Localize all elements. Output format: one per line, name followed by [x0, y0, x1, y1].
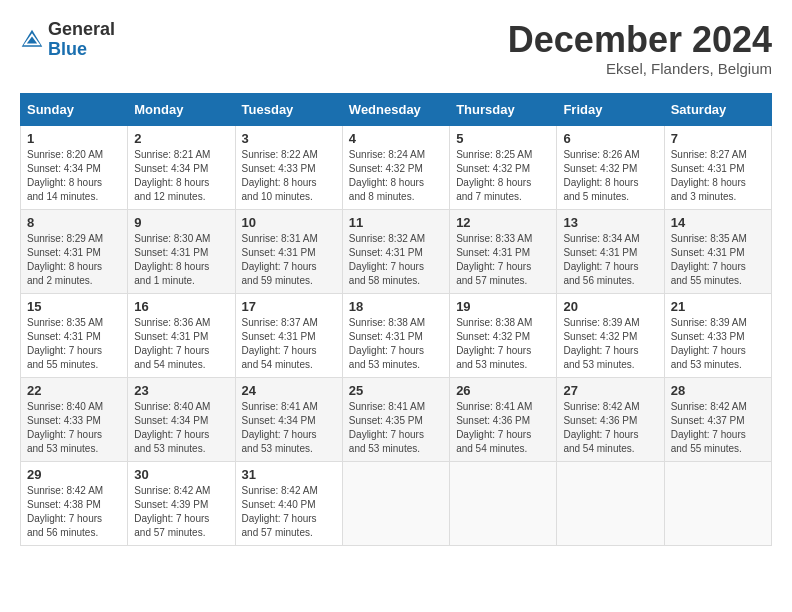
col-wednesday: Wednesday	[342, 93, 449, 125]
calendar-week-2: 8Sunrise: 8:29 AM Sunset: 4:31 PM Daylig…	[21, 209, 772, 293]
day-info: Sunrise: 8:39 AM Sunset: 4:32 PM Dayligh…	[563, 316, 657, 372]
day-number: 1	[27, 131, 121, 146]
day-number: 13	[563, 215, 657, 230]
table-row: 10Sunrise: 8:31 AM Sunset: 4:31 PM Dayli…	[235, 209, 342, 293]
day-number: 16	[134, 299, 228, 314]
day-number: 27	[563, 383, 657, 398]
table-row: 9Sunrise: 8:30 AM Sunset: 4:31 PM Daylig…	[128, 209, 235, 293]
table-row: 2Sunrise: 8:21 AM Sunset: 4:34 PM Daylig…	[128, 125, 235, 209]
calendar-week-3: 15Sunrise: 8:35 AM Sunset: 4:31 PM Dayli…	[21, 293, 772, 377]
table-row: 8Sunrise: 8:29 AM Sunset: 4:31 PM Daylig…	[21, 209, 128, 293]
logo: General Blue	[20, 20, 115, 60]
logo-icon	[20, 28, 44, 52]
page-header: General Blue December 2024 Eksel, Flande…	[20, 20, 772, 77]
day-info: Sunrise: 8:33 AM Sunset: 4:31 PM Dayligh…	[456, 232, 550, 288]
day-info: Sunrise: 8:42 AM Sunset: 4:40 PM Dayligh…	[242, 484, 336, 540]
day-info: Sunrise: 8:32 AM Sunset: 4:31 PM Dayligh…	[349, 232, 443, 288]
table-row: 18Sunrise: 8:38 AM Sunset: 4:31 PM Dayli…	[342, 293, 449, 377]
day-info: Sunrise: 8:38 AM Sunset: 4:32 PM Dayligh…	[456, 316, 550, 372]
day-number: 14	[671, 215, 765, 230]
table-row: 28Sunrise: 8:42 AM Sunset: 4:37 PM Dayli…	[664, 377, 771, 461]
table-row: 14Sunrise: 8:35 AM Sunset: 4:31 PM Dayli…	[664, 209, 771, 293]
table-row: 5Sunrise: 8:25 AM Sunset: 4:32 PM Daylig…	[450, 125, 557, 209]
logo-general-text: General	[48, 19, 115, 39]
table-row: 22Sunrise: 8:40 AM Sunset: 4:33 PM Dayli…	[21, 377, 128, 461]
day-number: 2	[134, 131, 228, 146]
day-info: Sunrise: 8:42 AM Sunset: 4:37 PM Dayligh…	[671, 400, 765, 456]
day-info: Sunrise: 8:41 AM Sunset: 4:35 PM Dayligh…	[349, 400, 443, 456]
day-number: 23	[134, 383, 228, 398]
calendar-table: Sunday Monday Tuesday Wednesday Thursday…	[20, 93, 772, 546]
day-number: 5	[456, 131, 550, 146]
day-info: Sunrise: 8:21 AM Sunset: 4:34 PM Dayligh…	[134, 148, 228, 204]
day-number: 20	[563, 299, 657, 314]
day-number: 22	[27, 383, 121, 398]
table-row	[664, 461, 771, 545]
day-number: 15	[27, 299, 121, 314]
day-info: Sunrise: 8:42 AM Sunset: 4:38 PM Dayligh…	[27, 484, 121, 540]
day-number: 18	[349, 299, 443, 314]
day-number: 7	[671, 131, 765, 146]
day-number: 3	[242, 131, 336, 146]
day-number: 31	[242, 467, 336, 482]
day-number: 26	[456, 383, 550, 398]
col-friday: Friday	[557, 93, 664, 125]
col-monday: Monday	[128, 93, 235, 125]
day-number: 10	[242, 215, 336, 230]
table-row: 21Sunrise: 8:39 AM Sunset: 4:33 PM Dayli…	[664, 293, 771, 377]
day-info: Sunrise: 8:42 AM Sunset: 4:39 PM Dayligh…	[134, 484, 228, 540]
day-info: Sunrise: 8:35 AM Sunset: 4:31 PM Dayligh…	[671, 232, 765, 288]
table-row: 4Sunrise: 8:24 AM Sunset: 4:32 PM Daylig…	[342, 125, 449, 209]
day-info: Sunrise: 8:42 AM Sunset: 4:36 PM Dayligh…	[563, 400, 657, 456]
table-row: 7Sunrise: 8:27 AM Sunset: 4:31 PM Daylig…	[664, 125, 771, 209]
day-info: Sunrise: 8:24 AM Sunset: 4:32 PM Dayligh…	[349, 148, 443, 204]
day-number: 28	[671, 383, 765, 398]
table-row: 25Sunrise: 8:41 AM Sunset: 4:35 PM Dayli…	[342, 377, 449, 461]
table-row: 29Sunrise: 8:42 AM Sunset: 4:38 PM Dayli…	[21, 461, 128, 545]
calendar-header-row: Sunday Monday Tuesday Wednesday Thursday…	[21, 93, 772, 125]
day-info: Sunrise: 8:40 AM Sunset: 4:33 PM Dayligh…	[27, 400, 121, 456]
day-number: 8	[27, 215, 121, 230]
calendar-week-1: 1Sunrise: 8:20 AM Sunset: 4:34 PM Daylig…	[21, 125, 772, 209]
table-row: 30Sunrise: 8:42 AM Sunset: 4:39 PM Dayli…	[128, 461, 235, 545]
calendar-week-5: 29Sunrise: 8:42 AM Sunset: 4:38 PM Dayli…	[21, 461, 772, 545]
day-number: 21	[671, 299, 765, 314]
day-number: 6	[563, 131, 657, 146]
day-info: Sunrise: 8:27 AM Sunset: 4:31 PM Dayligh…	[671, 148, 765, 204]
day-info: Sunrise: 8:37 AM Sunset: 4:31 PM Dayligh…	[242, 316, 336, 372]
table-row: 11Sunrise: 8:32 AM Sunset: 4:31 PM Dayli…	[342, 209, 449, 293]
table-row: 31Sunrise: 8:42 AM Sunset: 4:40 PM Dayli…	[235, 461, 342, 545]
day-info: Sunrise: 8:36 AM Sunset: 4:31 PM Dayligh…	[134, 316, 228, 372]
table-row: 1Sunrise: 8:20 AM Sunset: 4:34 PM Daylig…	[21, 125, 128, 209]
table-row: 24Sunrise: 8:41 AM Sunset: 4:34 PM Dayli…	[235, 377, 342, 461]
table-row	[342, 461, 449, 545]
col-tuesday: Tuesday	[235, 93, 342, 125]
table-row: 12Sunrise: 8:33 AM Sunset: 4:31 PM Dayli…	[450, 209, 557, 293]
table-row: 3Sunrise: 8:22 AM Sunset: 4:33 PM Daylig…	[235, 125, 342, 209]
day-info: Sunrise: 8:31 AM Sunset: 4:31 PM Dayligh…	[242, 232, 336, 288]
day-info: Sunrise: 8:22 AM Sunset: 4:33 PM Dayligh…	[242, 148, 336, 204]
day-number: 9	[134, 215, 228, 230]
logo-blue-text: Blue	[48, 39, 87, 59]
day-number: 24	[242, 383, 336, 398]
day-info: Sunrise: 8:29 AM Sunset: 4:31 PM Dayligh…	[27, 232, 121, 288]
col-saturday: Saturday	[664, 93, 771, 125]
day-number: 11	[349, 215, 443, 230]
day-info: Sunrise: 8:26 AM Sunset: 4:32 PM Dayligh…	[563, 148, 657, 204]
table-row: 6Sunrise: 8:26 AM Sunset: 4:32 PM Daylig…	[557, 125, 664, 209]
day-info: Sunrise: 8:40 AM Sunset: 4:34 PM Dayligh…	[134, 400, 228, 456]
title-section: December 2024 Eksel, Flanders, Belgium	[508, 20, 772, 77]
day-number: 29	[27, 467, 121, 482]
location-text: Eksel, Flanders, Belgium	[508, 60, 772, 77]
day-number: 30	[134, 467, 228, 482]
table-row	[450, 461, 557, 545]
day-number: 12	[456, 215, 550, 230]
logo-text: General Blue	[48, 20, 115, 60]
table-row: 23Sunrise: 8:40 AM Sunset: 4:34 PM Dayli…	[128, 377, 235, 461]
table-row: 15Sunrise: 8:35 AM Sunset: 4:31 PM Dayli…	[21, 293, 128, 377]
day-info: Sunrise: 8:41 AM Sunset: 4:36 PM Dayligh…	[456, 400, 550, 456]
day-info: Sunrise: 8:41 AM Sunset: 4:34 PM Dayligh…	[242, 400, 336, 456]
table-row: 19Sunrise: 8:38 AM Sunset: 4:32 PM Dayli…	[450, 293, 557, 377]
day-info: Sunrise: 8:34 AM Sunset: 4:31 PM Dayligh…	[563, 232, 657, 288]
day-info: Sunrise: 8:38 AM Sunset: 4:31 PM Dayligh…	[349, 316, 443, 372]
